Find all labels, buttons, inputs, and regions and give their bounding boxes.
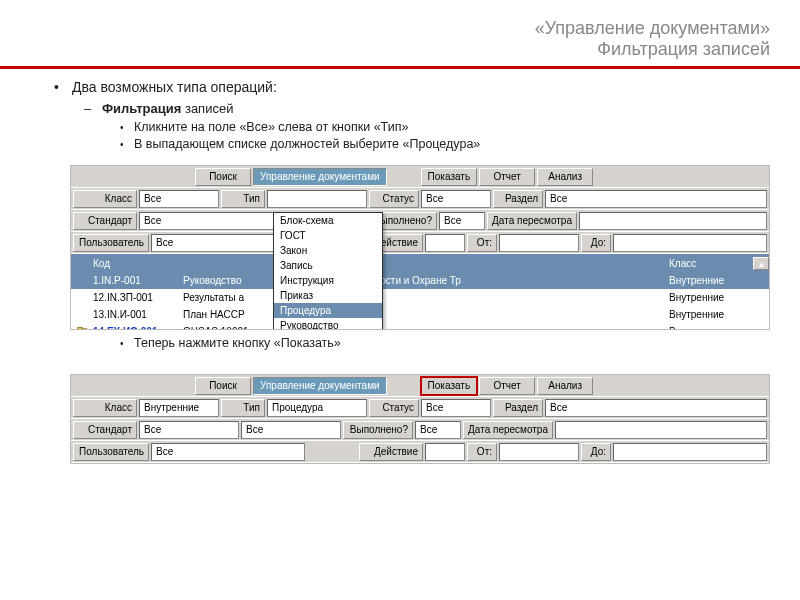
dropdown-item[interactable]: Закон [274, 243, 382, 258]
from-label-2: От: [467, 443, 497, 461]
col-class: Класс [663, 258, 753, 269]
section-label-2: Раздел [493, 399, 543, 417]
header-button-active-2[interactable]: Управление документами [253, 377, 387, 395]
table-row[interactable]: 13.IN.И-001План НАССРВнутренние [71, 306, 769, 323]
filter-row-1: Класс Все Тип Статус Все Раздел Все [71, 188, 769, 210]
cell-name: Результаты а [177, 292, 267, 303]
class-label: Класс [73, 190, 137, 208]
svg-rect-1 [78, 327, 83, 329]
divider [0, 66, 800, 69]
done-input[interactable]: Все [439, 212, 485, 230]
table-row[interactable]: 14.EX.ИС-001OHSAS 18001Внешние [71, 323, 769, 330]
type-input[interactable] [267, 190, 367, 208]
folder-icon [77, 328, 87, 331]
type-dropdown[interactable]: Блок-схемаГОСТЗаконЗаписьИнструкцияПрика… [273, 212, 383, 330]
from-input-2[interactable] [499, 443, 579, 461]
standard-label: Стандарт [73, 212, 137, 230]
table-row[interactable]: 12.IN.ЗП-001Результаты аВнутренние [71, 289, 769, 306]
type-label: Тип [221, 190, 265, 208]
filter-row-2: Стандарт Все Выполнено? Все Дата пересмо… [71, 210, 769, 232]
class-input[interactable]: Все [139, 190, 219, 208]
toolbar-row: Поиск Управление документами Показать От… [71, 166, 769, 188]
user-input-2[interactable]: Все [151, 443, 305, 461]
cell-name: Руководство [177, 275, 267, 286]
dropdown-item[interactable]: ГОСТ [274, 228, 382, 243]
class-input-2[interactable]: Внутренние [139, 399, 219, 417]
dropdown-item[interactable]: Инструкция [274, 273, 382, 288]
report-button-2[interactable]: Отчет [479, 377, 535, 395]
standard-label-2: Стандарт [73, 421, 137, 439]
status-input[interactable]: Все [421, 190, 491, 208]
scroll-up-icon[interactable]: ▴ [753, 257, 769, 270]
title-line1: «Управление документами» [0, 18, 770, 39]
show-button-highlight[interactable]: Показать [421, 377, 478, 395]
cell-code: 14.EX.ИС-001 [87, 326, 177, 330]
search-button[interactable]: Поиск [195, 168, 251, 186]
bullet-2-bold: Фильтрация [102, 101, 181, 116]
title-line2: Фильтрация записей [0, 39, 770, 60]
col-code: Код [87, 258, 177, 269]
cell-code: 1.IN.Р-001 [87, 275, 177, 286]
cell-name: План НАССР [177, 309, 267, 320]
header-button-active[interactable]: Управление документами [253, 168, 387, 186]
user-label-2: Пользователь [73, 443, 149, 461]
section-label: Раздел [493, 190, 543, 208]
user-label: Пользователь [73, 234, 149, 252]
status-input-2[interactable]: Все [421, 399, 491, 417]
toolbar-row-2: Поиск Управление документами Показать От… [71, 375, 769, 397]
filter-row-1b: Класс Внутренние Тип Процедура Статус Вс… [71, 397, 769, 419]
section-input-2[interactable]: Все [545, 399, 767, 417]
revdate-label: Дата пересмотра [487, 212, 577, 230]
bullet-1: Два возможных типа операций: [54, 79, 770, 95]
content: Два возможных типа операций: Фильтрация … [0, 79, 800, 151]
bullet-3b: В выпадающем списке должностей выберите … [120, 137, 770, 151]
analysis-button-2[interactable]: Анализ [537, 377, 593, 395]
from-input[interactable] [499, 234, 579, 252]
cell-code: 12.IN.ЗП-001 [87, 292, 177, 303]
cell-class: Внутренние [663, 292, 753, 303]
cell-class: Внутренние [663, 309, 753, 320]
cell-class: Внутренние [663, 275, 753, 286]
dropdown-item[interactable]: Руководство [274, 318, 382, 330]
to-label-2: До: [581, 443, 611, 461]
dropdown-item[interactable]: Приказ [274, 288, 382, 303]
bullet-2: Фильтрация записей [84, 101, 770, 116]
screenshot-1: Поиск Управление документами Показать От… [70, 165, 770, 330]
status-label-2: Статус [369, 399, 419, 417]
to-input[interactable] [613, 234, 767, 252]
bullet-2-tail: записей [181, 101, 233, 116]
status-label: Статус [369, 190, 419, 208]
cell-name: OHSAS 18001 [177, 326, 267, 330]
table-header: Код Класс ▴ [71, 254, 769, 272]
bullet-3a: Кликните на поле «Все» слева от кнопки «… [120, 120, 770, 134]
slide-title: «Управление документами» Фильтрация запи… [0, 0, 800, 64]
to-input-2[interactable] [613, 443, 767, 461]
standard-input-2b[interactable]: Все [241, 421, 341, 439]
table-row[interactable]: 1.IN.Р-001Руководствокологической безопа… [71, 272, 769, 289]
filter-row-3: Пользователь Все Действие От: До: [71, 232, 769, 254]
action-input[interactable] [425, 234, 465, 252]
revdate-input-2[interactable] [555, 421, 767, 439]
standard-input-2[interactable]: Все [139, 421, 239, 439]
cell-class: Внешние [663, 326, 753, 330]
section-input[interactable]: Все [545, 190, 767, 208]
to-label: До: [581, 234, 611, 252]
dropdown-item[interactable]: Процедура [274, 303, 382, 318]
revdate-label-2: Дата пересмотра [463, 421, 553, 439]
report-button[interactable]: Отчет [479, 168, 535, 186]
done-input-2[interactable]: Все [415, 421, 461, 439]
dropdown-item[interactable]: Запись [274, 258, 382, 273]
show-button[interactable]: Показать [421, 168, 478, 186]
table-body: 1.IN.Р-001Руководствокологической безопа… [71, 272, 769, 330]
class-label-2: Класс [73, 399, 137, 417]
analysis-button[interactable]: Анализ [537, 168, 593, 186]
dropdown-item[interactable]: Блок-схема [274, 213, 382, 228]
type-input-2[interactable]: Процедура [267, 399, 367, 417]
search-button-2[interactable]: Поиск [195, 377, 251, 395]
type-label-2: Тип [221, 399, 265, 417]
bullet-3c: Теперь нажмите кнопку «Показать» [120, 336, 770, 350]
filter-row-2b: Стандарт Все Все Выполнено? Все Дата пер… [71, 419, 769, 441]
revdate-input[interactable] [579, 212, 767, 230]
from-label: От: [467, 234, 497, 252]
action-input-2[interactable] [425, 443, 465, 461]
